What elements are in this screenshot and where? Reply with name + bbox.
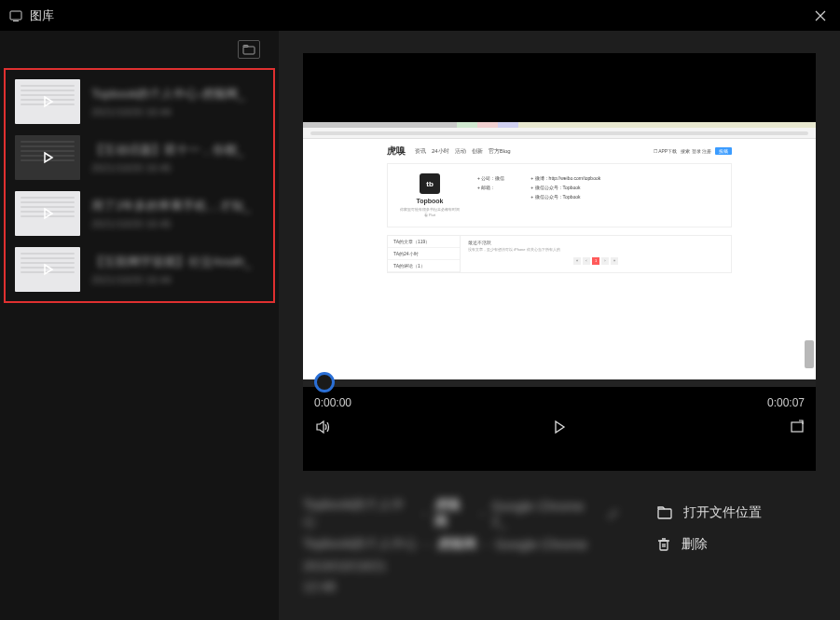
duration: 0:00:07 (767, 396, 805, 409)
play-icon (15, 191, 80, 236)
thumbnail-title: 用了2年多的苹果手机，才知_ (91, 198, 264, 214)
delete-action[interactable]: 删除 (657, 529, 816, 560)
window-title: 图库 (30, 7, 54, 24)
mock-avatar: tb (420, 173, 440, 194)
thumbnail-image (15, 247, 80, 292)
sidebar: Topbook的个人中心-虎嗅网_ 2021/10/20 16:44 【互动话题… (0, 31, 279, 620)
mock-tabs: TA的文章（119）TA的24小时TA的评论（1） (388, 236, 461, 272)
video-player: 虎嗅 资讯24小时活动创新官方Blog ☐ APP下载 搜索 登录 注册 投稿 … (303, 53, 816, 471)
thumbnail-title: 【互动话题】双十一，你都_ (91, 142, 264, 158)
mock-pager: «‹1›» (468, 257, 723, 265)
svg-rect-2 (243, 47, 255, 54)
thumbnail-title: 【互联网宇宙观】社交Anoth_ (91, 254, 264, 270)
mock-nav: 资讯24小时活动创新官方Blog (415, 147, 511, 156)
mock-info-right: + 微博：http://weibo.com/topbook+ 微信公众号：Top… (530, 173, 600, 217)
thumbnail-image (15, 191, 80, 236)
thumbnail-date: 2021/10/20 16:45 (91, 162, 264, 173)
open-folder-button[interactable] (238, 40, 260, 59)
mock-info-left: + 公司：微信+ 邮箱： (477, 173, 504, 217)
current-time: 0:00:00 (314, 396, 351, 409)
svg-rect-0 (10, 11, 21, 20)
thumbnail-date: 2021/10/20 16:44 (91, 274, 264, 285)
mock-scrollbar (805, 340, 814, 368)
edit-icon[interactable] (607, 507, 620, 520)
mock-site-logo: 虎嗅 (387, 145, 406, 158)
video-frame[interactable]: 虎嗅 资讯24小时活动创新官方Blog ☐ APP下载 搜索 登录 注册 投稿 … (303, 53, 816, 379)
volume-icon[interactable] (314, 419, 331, 435)
file-details: Topbook的个人中心 - 虎嗅网 - Google Chrome 2_ To… (303, 497, 620, 599)
thumbnail-image (15, 135, 80, 180)
thumbnail-image (15, 79, 80, 124)
fullscreen-icon[interactable] (790, 420, 805, 434)
trash-icon (657, 537, 670, 552)
mock-actions-list: 搜索 登录 注册 (681, 148, 711, 154)
mock-actions: ☐ APP下载 搜索 登录 注册 投稿 (654, 147, 732, 155)
progress-handle[interactable] (314, 372, 335, 393)
thumbnail-date: 2021/10/20 16:45 (91, 218, 264, 229)
thumbnail-item[interactable]: 【互动话题】双十一，你都_ 2021/10/20 16:45 (15, 130, 264, 186)
thumbnail-item[interactable]: 【互联网宇宙观】社交Anoth_ 2021/10/20 16:44 (15, 241, 264, 297)
thumbnail-list: Topbook的个人中心-虎嗅网_ 2021/10/20 16:44 【互动话题… (4, 68, 275, 303)
progress-bar[interactable] (303, 379, 816, 387)
svg-rect-4 (792, 422, 803, 432)
thumbnail-item[interactable]: 用了2年多的苹果手机，才知_ 2021/10/20 16:45 (15, 186, 264, 241)
play-button[interactable] (552, 420, 567, 434)
thumbnail-title: Topbook的个人中心-虎嗅网_ (91, 86, 264, 103)
open-file-location[interactable]: 打开文件位置 (657, 497, 816, 529)
play-icon (15, 135, 80, 180)
app-icon (9, 9, 22, 22)
play-icon (15, 79, 80, 124)
play-icon (15, 247, 80, 292)
svg-rect-5 (658, 509, 671, 518)
close-button[interactable] (810, 6, 831, 26)
thumbnail-item[interactable]: Topbook的个人中心-虎嗅网_ 2021/10/20 16:44 (15, 74, 264, 130)
svg-rect-1 (13, 21, 19, 21)
folder-icon (657, 506, 672, 519)
thumbnail-date: 2021/10/20 16:44 (91, 106, 264, 117)
svg-rect-6 (660, 541, 668, 550)
